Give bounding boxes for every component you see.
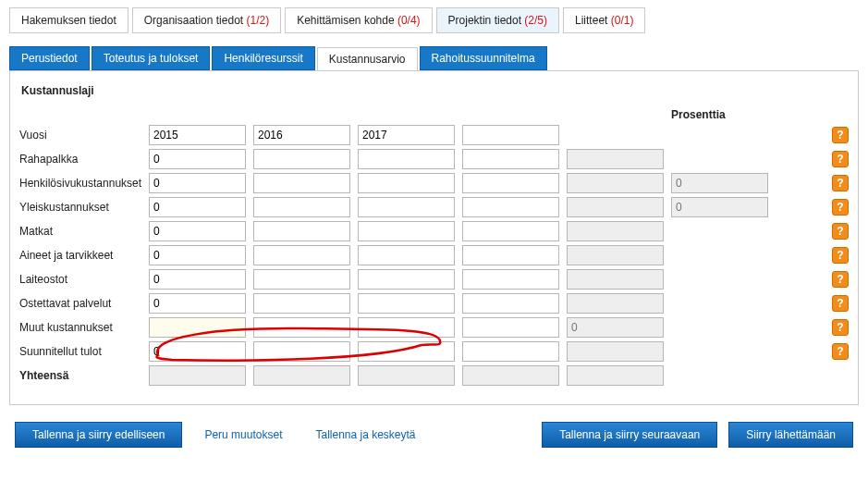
sub-tab-0[interactable]: Perustiedot	[9, 46, 90, 70]
main-tab-1[interactable]: Organisaation tiedot (1/2)	[132, 7, 281, 33]
henkilosivu-col3[interactable]	[462, 173, 559, 193]
yleis-pct: 0	[671, 197, 768, 217]
main-tab-2[interactable]: Kehittämisen kohde (0/4)	[285, 7, 432, 33]
total-sum	[567, 365, 664, 386]
year-input-2[interactable]	[358, 125, 455, 145]
help-icon[interactable]: ?	[832, 151, 849, 167]
ostopalv-col3[interactable]	[462, 293, 559, 314]
help-icon[interactable]: ?	[832, 199, 849, 216]
main-tab-3[interactable]: Projektin tiedot (2/5)	[436, 7, 559, 33]
total-col3	[462, 365, 559, 386]
row-years: Vuosi?	[19, 125, 849, 145]
send-button[interactable]: Siirry lähettämään	[728, 422, 853, 448]
main-tab-label: Projektin tiedot	[448, 14, 521, 27]
help-icon[interactable]: ?	[832, 247, 849, 264]
help-icon[interactable]: ?	[832, 319, 849, 336]
main-tab-count: (1/2)	[246, 14, 269, 27]
laite-col3[interactable]	[462, 269, 559, 290]
row-aineet: Aineet ja tarvikkeet?	[19, 245, 849, 265]
main-tab-count: (2/5)	[524, 14, 547, 27]
muut-col2[interactable]	[358, 317, 455, 338]
tulot-col3[interactable]	[462, 341, 559, 362]
ostopalv-col1[interactable]	[253, 293, 350, 314]
aineet-sum	[567, 245, 664, 265]
year-input-1[interactable]	[253, 125, 350, 145]
total-col0	[149, 365, 246, 386]
main-tab-4[interactable]: Liitteet (0/1)	[563, 7, 645, 33]
main-tab-0[interactable]: Hakemuksen tiedot	[9, 7, 128, 33]
sub-tab-2[interactable]: Henkilöresurssit	[212, 46, 314, 70]
main-tab-label: Organisaation tiedot	[144, 14, 243, 27]
aineet-col1[interactable]	[253, 245, 350, 265]
yleis-col3[interactable]	[462, 197, 559, 217]
main-tab-label: Hakemuksen tiedot	[21, 14, 116, 27]
rahapalkka-col2[interactable]	[358, 149, 455, 169]
muut-col0[interactable]	[149, 317, 246, 338]
ostopalv-sum	[567, 293, 664, 314]
matkat-col1[interactable]	[253, 221, 350, 241]
yleis-col0[interactable]	[149, 197, 246, 217]
year-input-3[interactable]	[462, 125, 559, 145]
muut-col1[interactable]	[253, 317, 350, 338]
tulot-col1[interactable]	[253, 341, 350, 362]
row-matkat: Matkat?	[19, 221, 849, 241]
rahapalkka-col3[interactable]	[462, 149, 559, 169]
laite-col0[interactable]	[149, 269, 246, 290]
save-next-button[interactable]: Tallenna ja siirry seuraavaan	[542, 422, 717, 448]
muut-sum: 0	[567, 317, 664, 338]
year-input-0[interactable]	[149, 125, 246, 145]
sub-tab-4[interactable]: Rahoitussuunnitelma	[420, 46, 547, 70]
yleis-col2[interactable]	[358, 197, 455, 217]
undo-button[interactable]: Peru muutokset	[193, 423, 293, 447]
label-tulot: Suunnitellut tulot	[19, 345, 149, 358]
panel-heading: Kustannuslaji	[21, 84, 849, 97]
save-pause-button[interactable]: Tallenna ja keskeytä	[304, 423, 426, 447]
main-tab-label: Kehittämisen kohde	[297, 14, 394, 27]
total-col2	[358, 365, 455, 386]
row-total: Yhteensä	[19, 365, 849, 386]
tulot-col2[interactable]	[358, 341, 455, 362]
muut-col3[interactable]	[462, 317, 559, 338]
help-icon[interactable]: ?	[832, 223, 849, 240]
henkilosivu-col2[interactable]	[358, 173, 455, 193]
matkat-col0[interactable]	[149, 221, 246, 241]
main-tab-label: Liitteet	[575, 14, 607, 27]
save-prev-button[interactable]: Tallenna ja siirry edelliseen	[15, 422, 182, 448]
percent-heading: Prosenttia	[671, 108, 768, 121]
row-rahapalkka: Rahapalkka?	[19, 149, 849, 169]
help-icon[interactable]: ?	[832, 127, 849, 143]
row-yleis: Yleiskustannukset0?	[19, 197, 849, 217]
sub-tab-3[interactable]: Kustannusarvio	[317, 47, 418, 71]
label-muut: Muut kustannukset	[19, 321, 149, 334]
label-rahapalkka: Rahapalkka	[19, 153, 149, 166]
total-col1	[253, 365, 350, 386]
aineet-col2[interactable]	[358, 245, 455, 265]
footer-buttons: Tallenna ja siirry edelliseen Peru muuto…	[9, 422, 859, 448]
label-aineet: Aineet ja tarvikkeet	[19, 249, 149, 262]
rahapalkka-col0[interactable]	[149, 149, 246, 169]
ostopalv-col2[interactable]	[358, 293, 455, 314]
henkilosivu-col1[interactable]	[253, 173, 350, 193]
yleis-col1[interactable]	[253, 197, 350, 217]
label-total: Yhteensä	[19, 369, 149, 382]
main-tab-count: (0/1)	[611, 14, 634, 27]
help-icon[interactable]: ?	[832, 175, 849, 191]
henkilosivu-pct: 0	[671, 173, 768, 193]
help-icon[interactable]: ?	[832, 295, 849, 312]
henkilosivu-col0[interactable]	[149, 173, 246, 193]
help-icon[interactable]: ?	[832, 343, 849, 360]
aineet-col0[interactable]	[149, 245, 246, 265]
label-yleis: Yleiskustannukset	[19, 201, 149, 214]
laite-col2[interactable]	[358, 269, 455, 290]
label-years: Vuosi	[19, 129, 149, 142]
sub-tab-1[interactable]: Toteutus ja tulokset	[92, 46, 211, 70]
row-muut: Muut kustannukset0?	[19, 317, 849, 338]
aineet-col3[interactable]	[462, 245, 559, 265]
rahapalkka-col1[interactable]	[253, 149, 350, 169]
laite-col1[interactable]	[253, 269, 350, 290]
tulot-col0[interactable]	[149, 341, 246, 362]
matkat-col2[interactable]	[358, 221, 455, 241]
help-icon[interactable]: ?	[832, 271, 849, 288]
matkat-col3[interactable]	[462, 221, 559, 241]
ostopalv-col0[interactable]	[149, 293, 246, 314]
